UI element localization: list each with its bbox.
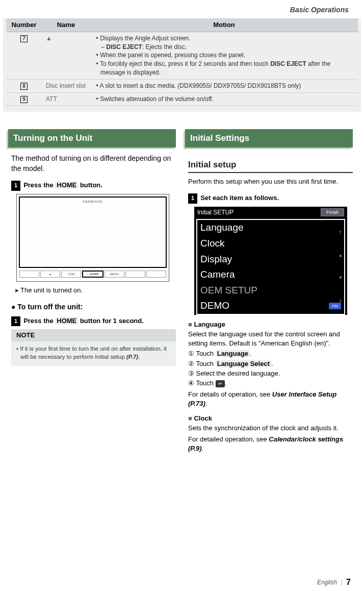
- controls-table-wrap: Number Name Motion 7 ▲ Displays the Angl…: [3, 18, 361, 112]
- setup-item-demo[interactable]: DEMOON: [197, 298, 344, 314]
- scroll-up-icon[interactable]: ▲: [339, 252, 343, 259]
- row-name-eject: ▲: [42, 32, 90, 79]
- step-text: Press the HOME button.: [23, 181, 102, 190]
- item-clock-head: Clock: [188, 414, 353, 423]
- setup-item-camera[interactable]: Camera: [197, 267, 344, 283]
- footer-language: English: [317, 579, 337, 586]
- section-turning-on: Turning on the Unit: [8, 129, 176, 147]
- device-figure: KENWOOD ▲ CAM ⌂ HOME MENU: [16, 194, 169, 282]
- motion-line: DISC EJECT: Ejects the disc.: [94, 43, 354, 52]
- setup-item-clock[interactable]: Clock: [197, 236, 344, 252]
- intro-text: Perform this setup when you use this uni…: [188, 177, 353, 186]
- step-1-off: 1 Press the HOME button for 1 second.: [11, 316, 176, 326]
- scroll-bottom-icon[interactable]: ⤓: [339, 298, 343, 304]
- row-name-disc-slot: Disc insert slot: [42, 79, 90, 92]
- th-number: Number: [6, 18, 42, 32]
- row-motion: A slot to insert a disc media. (DDX9905S…: [90, 79, 358, 92]
- motion-text: : Ejects the disc.: [142, 43, 187, 51]
- row-number: 7: [20, 35, 28, 42]
- motion-line: Displays the Angle Adjust screen.: [94, 34, 354, 43]
- setup-item-display[interactable]: Display: [197, 252, 344, 267]
- page-footer: English | 7: [317, 577, 351, 588]
- intro-text: The method of turning on is different de…: [11, 154, 176, 174]
- table-row: 7 ▲ Displays the Angle Adjust screen. DI…: [6, 32, 358, 79]
- motion-line: A slot to insert a disc media. (DDX9905S…: [94, 82, 354, 90]
- subtitle-initial-setup: Initial setup: [188, 159, 353, 173]
- row-number: 9: [20, 96, 28, 103]
- section-initial-settings: Initial Settings: [185, 129, 353, 147]
- item-language-body: Select the language used for the control…: [188, 330, 353, 348]
- step-text: Set each item as follows.: [200, 193, 279, 203]
- scroll-top-icon[interactable]: ⤒: [339, 230, 343, 236]
- touch-language: Language: [216, 350, 250, 357]
- step-number: 1: [11, 181, 20, 190]
- details-ref: For details of operation, see User Inter…: [188, 390, 353, 408]
- initial-setup-screenshot: Initial SETUP Finish Language Clock Disp…: [194, 207, 347, 315]
- footer-page-number: 7: [346, 578, 351, 586]
- motion-line: When the panel is opened, pressing close…: [94, 51, 354, 60]
- row-name-att: ATT: [42, 92, 90, 106]
- motion-line: Switches attenuation of the volume on/of…: [94, 95, 354, 104]
- setup-screen-title: Initial SETUP: [197, 208, 233, 217]
- controls-table: Number Name Motion 7 ▲ Displays the Angl…: [6, 18, 358, 106]
- right-column: Initial Settings Initial setup Perform t…: [188, 129, 353, 453]
- home-button-label: HOME: [55, 317, 78, 325]
- result-text: The unit is turned on.: [11, 286, 176, 295]
- row-motion: Displays the Angle Adjust screen. DISC E…: [90, 32, 358, 79]
- item-language-head: Language: [188, 320, 353, 329]
- setup-item-oem[interactable]: OEM SETUP: [197, 283, 344, 299]
- motion-text: To forcibly eject the disc, press it for…: [100, 60, 270, 67]
- scroll-indicators: ⤒ ▲ ▼ ⤓: [337, 222, 344, 312]
- step-number: 1: [188, 193, 197, 203]
- touch-language-select: Language Select: [216, 360, 271, 367]
- clock-ref: For detailed operation, see Calendar/clo…: [188, 435, 353, 453]
- motion-line: To forcibly eject the disc, press it for…: [94, 60, 354, 77]
- device-home-button: ⌂ HOME: [82, 270, 103, 278]
- turn-off-heading: To turn off the unit:: [11, 302, 176, 312]
- device-button: [19, 270, 39, 278]
- note-body: If it is your first time to turn the uni…: [11, 341, 176, 361]
- table-row: 8 Disc insert slot A slot to insert a di…: [6, 79, 358, 92]
- home-button-label: HOME: [55, 181, 78, 189]
- page-header: Basic Operations: [0, 0, 364, 18]
- th-motion: Motion: [90, 18, 358, 32]
- disc-eject-label: DISC EJECT: [106, 43, 142, 51]
- step-1: 1 Press the HOME button.: [11, 181, 176, 190]
- finish-button[interactable]: Finish: [321, 208, 344, 217]
- brand-label: KENWOOD: [83, 200, 103, 204]
- step-number: 1: [11, 316, 20, 326]
- setup-item-language[interactable]: Language: [197, 220, 344, 236]
- note-box: NOTE If it is your first time to turn th…: [11, 329, 176, 366]
- language-steps: ① Touch Language. ② Touch Language Selec…: [188, 349, 353, 388]
- device-button: [146, 270, 166, 278]
- device-button: ▲: [40, 270, 60, 278]
- device-button: MENU: [105, 270, 124, 278]
- device-button: CAM: [61, 270, 81, 278]
- disc-eject-label: DISC EJECT: [270, 60, 306, 67]
- scroll-down-icon[interactable]: ▼: [339, 275, 343, 281]
- row-number: 8: [20, 83, 28, 90]
- back-icon: ↵: [216, 380, 225, 387]
- table-row: 9 ATT Switches attenuation of the volume…: [6, 92, 358, 106]
- device-button: [125, 270, 145, 278]
- th-name: Name: [42, 18, 90, 32]
- note-heading: NOTE: [11, 329, 176, 341]
- step-1-setup: 1 Set each item as follows.: [188, 193, 353, 203]
- left-column: Turning on the Unit The method of turnin…: [11, 129, 176, 453]
- page-ref: (P.7): [126, 354, 138, 360]
- row-motion: Switches attenuation of the volume on/of…: [90, 92, 358, 106]
- step-text: Press the HOME button for 1 second.: [23, 316, 144, 326]
- item-clock-body: Sets the synchronization of the clock an…: [188, 424, 353, 433]
